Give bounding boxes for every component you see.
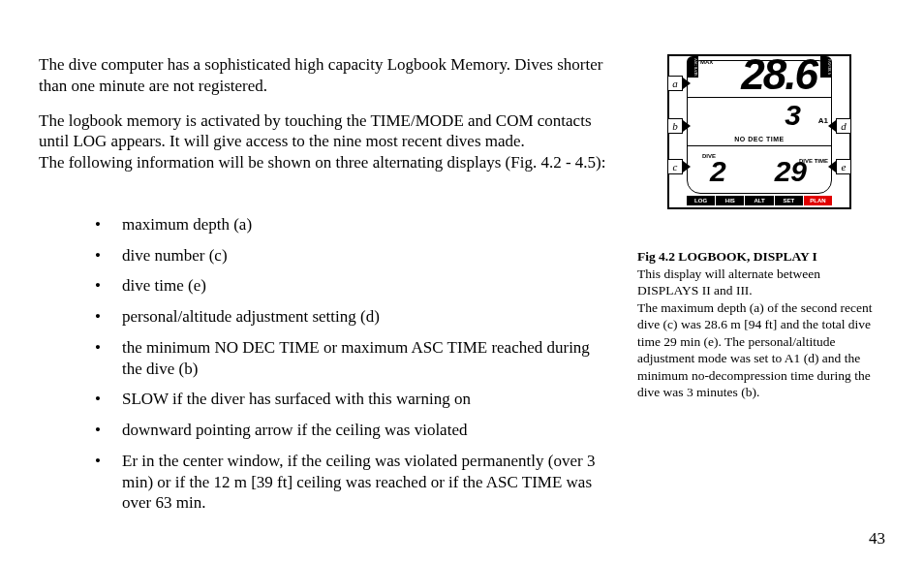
arrow-icon <box>828 120 836 132</box>
list-item: downward pointing arrow if the ceiling w… <box>95 420 610 441</box>
max-label: MAX <box>700 59 713 65</box>
arrow-icon <box>683 120 691 132</box>
mode-alt: ALT <box>745 196 774 205</box>
figure-caption: Fig 4.2 LOGBOOK, DISPLAY I This display … <box>637 248 881 401</box>
no-dec-time-label: NO DEC TIME <box>669 136 849 142</box>
paragraph-instructions: The logbook memory is activated by touch… <box>39 110 610 173</box>
no-dec-value: 3 <box>785 99 801 132</box>
arrow-icon <box>828 161 836 172</box>
page: The dive computer has a sophisticated hi… <box>0 0 924 564</box>
max-depth-value: 28.6 <box>741 50 816 99</box>
caption-title: Fig 4.2 LOGBOOK, DISPLAY I <box>637 249 817 264</box>
divider <box>687 145 832 146</box>
list-item: the minimum NO DEC TIME or maximum ASC T… <box>95 337 610 380</box>
list-item: Er in the center window, if the ceiling … <box>95 451 610 514</box>
mode-log: LOG <box>687 196 716 205</box>
dive-computer-display: ASC RATE FAVOR S MAX 28.6 3 A1 NO DEC TI… <box>667 54 851 209</box>
mode-set: SET <box>775 196 804 205</box>
arrow-icon <box>683 78 691 89</box>
list-item: maximum depth (a) <box>95 214 610 235</box>
instruction-line-2: The following information will be shown … <box>39 153 605 172</box>
dive-time-value: 29 <box>775 155 807 188</box>
callout-d: d <box>836 118 851 134</box>
two-column-layout: The dive computer has a sophisticated hi… <box>39 54 885 523</box>
dive-number-value: 2 <box>710 155 726 188</box>
side-column: ASC RATE FAVOR S MAX 28.6 3 A1 NO DEC TI… <box>637 54 881 401</box>
a1-label: A1 <box>818 116 828 125</box>
mode-his: HIS <box>716 196 745 205</box>
right-column-label: FAVOR S <box>820 56 832 78</box>
left-column-label: ASC RATE <box>687 56 698 78</box>
list-item: dive number (c) <box>95 245 610 266</box>
arrow-icon <box>683 161 691 172</box>
divider <box>687 97 832 98</box>
caption-body: This display will alternate between DISP… <box>637 266 873 400</box>
callout-c: c <box>667 159 683 174</box>
instruction-line-1: The logbook memory is activated by touch… <box>39 111 592 151</box>
callout-b: b <box>667 118 683 134</box>
mode-plan: PLAN <box>804 196 832 205</box>
paragraph-intro: The dive computer has a sophisticated hi… <box>39 54 610 97</box>
page-number: 43 <box>869 529 885 548</box>
figure-4-2: ASC RATE FAVOR S MAX 28.6 3 A1 NO DEC TI… <box>662 54 856 209</box>
list-item: dive time (e) <box>95 275 610 297</box>
list-item: SLOW if the diver has surfaced with this… <box>95 389 610 410</box>
callout-e: e <box>836 159 851 174</box>
mode-bar: LOG HIS ALT SET PLAN <box>687 196 832 205</box>
bullet-list: maximum depth (a) dive number (c) dive t… <box>39 214 610 514</box>
callout-a: a <box>667 76 683 91</box>
list-item: personal/altitude adjustment setting (d) <box>95 306 610 328</box>
main-text-column: The dive computer has a sophisticated hi… <box>39 54 610 523</box>
